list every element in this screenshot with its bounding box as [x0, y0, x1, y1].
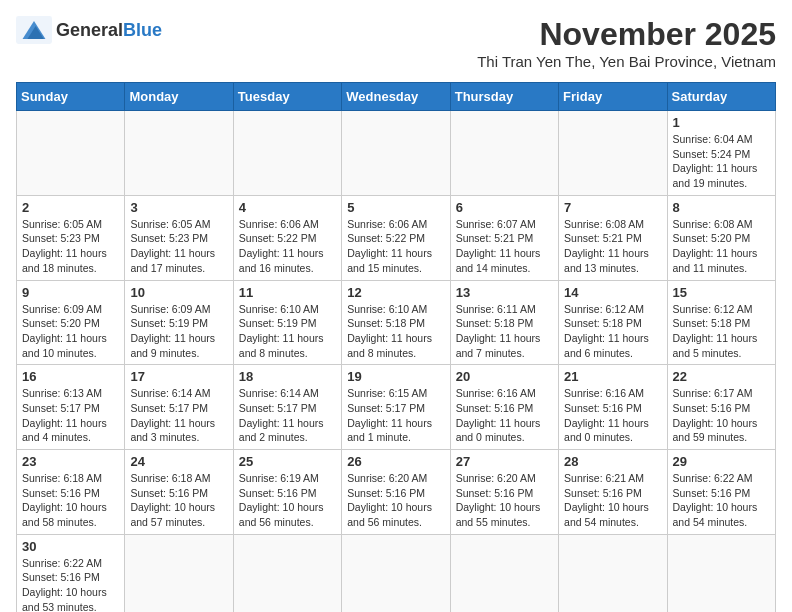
- day-info-1: Sunrise: 6:04 AMSunset: 5:24 PMDaylight:…: [673, 132, 770, 191]
- day-info-28: Sunrise: 6:21 AMSunset: 5:16 PMDaylight:…: [564, 471, 661, 530]
- day-number-30: 30: [22, 539, 119, 554]
- day-info-5: Sunrise: 6:06 AMSunset: 5:22 PMDaylight:…: [347, 217, 444, 276]
- empty-cell: [125, 534, 233, 612]
- day-12: 12 Sunrise: 6:10 AMSunset: 5:18 PMDaylig…: [342, 280, 450, 365]
- day-number-10: 10: [130, 285, 227, 300]
- day-number-25: 25: [239, 454, 336, 469]
- day-number-19: 19: [347, 369, 444, 384]
- day-info-30: Sunrise: 6:22 AMSunset: 5:16 PMDaylight:…: [22, 556, 119, 612]
- day-info-21: Sunrise: 6:16 AMSunset: 5:16 PMDaylight:…: [564, 386, 661, 445]
- day-27: 27 Sunrise: 6:20 AMSunset: 5:16 PMDaylig…: [450, 450, 558, 535]
- calendar-table: Sunday Monday Tuesday Wednesday Thursday…: [16, 82, 776, 612]
- day-11: 11 Sunrise: 6:10 AMSunset: 5:19 PMDaylig…: [233, 280, 341, 365]
- day-23: 23 Sunrise: 6:18 AMSunset: 5:16 PMDaylig…: [17, 450, 125, 535]
- day-number-12: 12: [347, 285, 444, 300]
- day-info-20: Sunrise: 6:16 AMSunset: 5:16 PMDaylight:…: [456, 386, 553, 445]
- header-thursday: Thursday: [450, 83, 558, 111]
- day-9: 9 Sunrise: 6:09 AMSunset: 5:20 PMDayligh…: [17, 280, 125, 365]
- day-info-13: Sunrise: 6:11 AMSunset: 5:18 PMDaylight:…: [456, 302, 553, 361]
- empty-cell: [233, 111, 341, 196]
- day-17: 17 Sunrise: 6:14 AMSunset: 5:17 PMDaylig…: [125, 365, 233, 450]
- empty-cell: [559, 111, 667, 196]
- day-info-16: Sunrise: 6:13 AMSunset: 5:17 PMDaylight:…: [22, 386, 119, 445]
- day-30: 30 Sunrise: 6:22 AMSunset: 5:16 PMDaylig…: [17, 534, 125, 612]
- day-info-11: Sunrise: 6:10 AMSunset: 5:19 PMDaylight:…: [239, 302, 336, 361]
- day-info-8: Sunrise: 6:08 AMSunset: 5:20 PMDaylight:…: [673, 217, 770, 276]
- day-25: 25 Sunrise: 6:19 AMSunset: 5:16 PMDaylig…: [233, 450, 341, 535]
- day-number-26: 26: [347, 454, 444, 469]
- day-21: 21 Sunrise: 6:16 AMSunset: 5:16 PMDaylig…: [559, 365, 667, 450]
- day-number-15: 15: [673, 285, 770, 300]
- day-info-15: Sunrise: 6:12 AMSunset: 5:18 PMDaylight:…: [673, 302, 770, 361]
- empty-cell: [233, 534, 341, 612]
- day-info-9: Sunrise: 6:09 AMSunset: 5:20 PMDaylight:…: [22, 302, 119, 361]
- day-8: 8 Sunrise: 6:08 AMSunset: 5:20 PMDayligh…: [667, 195, 775, 280]
- header-monday: Monday: [125, 83, 233, 111]
- day-number-16: 16: [22, 369, 119, 384]
- empty-cell: [342, 111, 450, 196]
- day-number-27: 27: [456, 454, 553, 469]
- day-number-22: 22: [673, 369, 770, 384]
- empty-cell: [342, 534, 450, 612]
- day-info-4: Sunrise: 6:06 AMSunset: 5:22 PMDaylight:…: [239, 217, 336, 276]
- day-28: 28 Sunrise: 6:21 AMSunset: 5:16 PMDaylig…: [559, 450, 667, 535]
- day-1: 1 Sunrise: 6:04 AMSunset: 5:24 PMDayligh…: [667, 111, 775, 196]
- weekday-header-row: Sunday Monday Tuesday Wednesday Thursday…: [17, 83, 776, 111]
- calendar-row-1: 1 Sunrise: 6:04 AMSunset: 5:24 PMDayligh…: [17, 111, 776, 196]
- empty-cell: [559, 534, 667, 612]
- header-saturday: Saturday: [667, 83, 775, 111]
- day-number-2: 2: [22, 200, 119, 215]
- day-number-11: 11: [239, 285, 336, 300]
- day-number-5: 5: [347, 200, 444, 215]
- day-16: 16 Sunrise: 6:13 AMSunset: 5:17 PMDaylig…: [17, 365, 125, 450]
- day-info-27: Sunrise: 6:20 AMSunset: 5:16 PMDaylight:…: [456, 471, 553, 530]
- day-number-28: 28: [564, 454, 661, 469]
- day-2: 2 Sunrise: 6:05 AMSunset: 5:23 PMDayligh…: [17, 195, 125, 280]
- day-info-29: Sunrise: 6:22 AMSunset: 5:16 PMDaylight:…: [673, 471, 770, 530]
- header-wednesday: Wednesday: [342, 83, 450, 111]
- logo-icon: [16, 16, 52, 44]
- day-18: 18 Sunrise: 6:14 AMSunset: 5:17 PMDaylig…: [233, 365, 341, 450]
- day-15: 15 Sunrise: 6:12 AMSunset: 5:18 PMDaylig…: [667, 280, 775, 365]
- day-info-3: Sunrise: 6:05 AMSunset: 5:23 PMDaylight:…: [130, 217, 227, 276]
- header-tuesday: Tuesday: [233, 83, 341, 111]
- day-info-23: Sunrise: 6:18 AMSunset: 5:16 PMDaylight:…: [22, 471, 119, 530]
- day-info-22: Sunrise: 6:17 AMSunset: 5:16 PMDaylight:…: [673, 386, 770, 445]
- day-number-29: 29: [673, 454, 770, 469]
- title-section: November 2025 Thi Tran Yen The, Yen Bai …: [477, 16, 776, 70]
- day-number-1: 1: [673, 115, 770, 130]
- day-info-18: Sunrise: 6:14 AMSunset: 5:17 PMDaylight:…: [239, 386, 336, 445]
- day-7: 7 Sunrise: 6:08 AMSunset: 5:21 PMDayligh…: [559, 195, 667, 280]
- day-info-10: Sunrise: 6:09 AMSunset: 5:19 PMDaylight:…: [130, 302, 227, 361]
- day-14: 14 Sunrise: 6:12 AMSunset: 5:18 PMDaylig…: [559, 280, 667, 365]
- empty-cell: [17, 111, 125, 196]
- day-number-23: 23: [22, 454, 119, 469]
- header-sunday: Sunday: [17, 83, 125, 111]
- day-10: 10 Sunrise: 6:09 AMSunset: 5:19 PMDaylig…: [125, 280, 233, 365]
- calendar-row-2: 2 Sunrise: 6:05 AMSunset: 5:23 PMDayligh…: [17, 195, 776, 280]
- day-22: 22 Sunrise: 6:17 AMSunset: 5:16 PMDaylig…: [667, 365, 775, 450]
- day-6: 6 Sunrise: 6:07 AMSunset: 5:21 PMDayligh…: [450, 195, 558, 280]
- day-number-9: 9: [22, 285, 119, 300]
- empty-cell: [667, 534, 775, 612]
- calendar-row-6: 30 Sunrise: 6:22 AMSunset: 5:16 PMDaylig…: [17, 534, 776, 612]
- day-26: 26 Sunrise: 6:20 AMSunset: 5:16 PMDaylig…: [342, 450, 450, 535]
- calendar-row-3: 9 Sunrise: 6:09 AMSunset: 5:20 PMDayligh…: [17, 280, 776, 365]
- day-number-7: 7: [564, 200, 661, 215]
- day-3: 3 Sunrise: 6:05 AMSunset: 5:23 PMDayligh…: [125, 195, 233, 280]
- day-number-24: 24: [130, 454, 227, 469]
- empty-cell: [450, 534, 558, 612]
- calendar-row-4: 16 Sunrise: 6:13 AMSunset: 5:17 PMDaylig…: [17, 365, 776, 450]
- day-info-12: Sunrise: 6:10 AMSunset: 5:18 PMDaylight:…: [347, 302, 444, 361]
- calendar-row-5: 23 Sunrise: 6:18 AMSunset: 5:16 PMDaylig…: [17, 450, 776, 535]
- month-year-title: November 2025: [477, 16, 776, 53]
- location-subtitle: Thi Tran Yen The, Yen Bai Province, Viet…: [477, 53, 776, 70]
- day-19: 19 Sunrise: 6:15 AMSunset: 5:17 PMDaylig…: [342, 365, 450, 450]
- day-number-18: 18: [239, 369, 336, 384]
- day-info-6: Sunrise: 6:07 AMSunset: 5:21 PMDaylight:…: [456, 217, 553, 276]
- day-info-17: Sunrise: 6:14 AMSunset: 5:17 PMDaylight:…: [130, 386, 227, 445]
- day-13: 13 Sunrise: 6:11 AMSunset: 5:18 PMDaylig…: [450, 280, 558, 365]
- logo-text: GeneralBlue: [56, 20, 162, 41]
- day-20: 20 Sunrise: 6:16 AMSunset: 5:16 PMDaylig…: [450, 365, 558, 450]
- day-number-17: 17: [130, 369, 227, 384]
